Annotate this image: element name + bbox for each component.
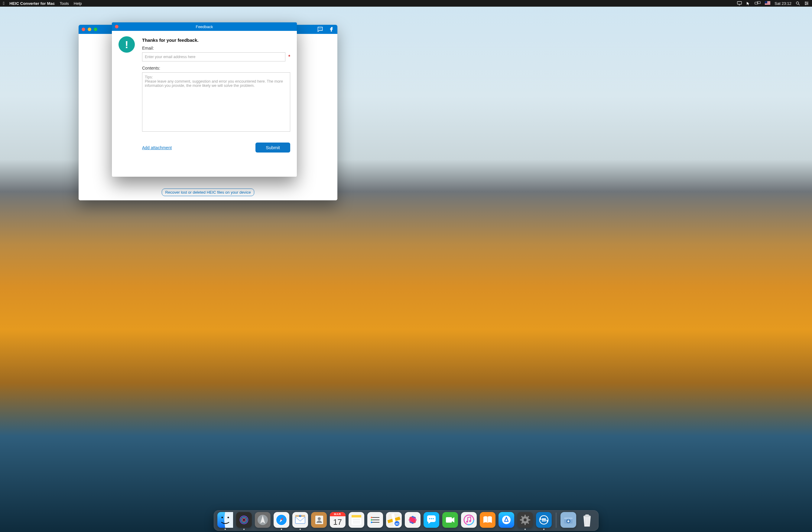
dock-contacts-icon[interactable] (311, 512, 327, 528)
svg-point-12 (319, 28, 320, 29)
dock-heic-converter-icon[interactable]: HEIC (536, 512, 552, 528)
svg-point-16 (221, 517, 223, 518)
svg-rect-26 (295, 516, 305, 523)
dock-maps-icon[interactable]: 3D (386, 512, 402, 528)
dock-separator (556, 513, 556, 528)
menu-extra-input-source[interactable] (765, 1, 770, 6)
dock-appstore-icon[interactable] (498, 512, 514, 528)
svg-point-20 (243, 518, 245, 521)
menubar-clock[interactable]: Sat 23:12 (774, 1, 792, 6)
dock-launchpad-icon[interactable] (255, 512, 271, 528)
svg-text:HEIC: HEIC (541, 519, 546, 521)
feedback-titlebar[interactable]: Feedback (112, 23, 297, 31)
window-controls (82, 28, 97, 31)
menu-extra-cursor-icon[interactable] (746, 1, 750, 5)
svg-line-73 (527, 516, 529, 517)
window-zoom-button[interactable] (94, 28, 97, 31)
feedback-submit-button[interactable]: Submit (256, 142, 290, 153)
dock-system-preferences-icon[interactable] (517, 512, 533, 528)
dock-calendar-day: 17 (333, 516, 342, 528)
svg-line-74 (521, 522, 523, 523)
dock-facetime-icon[interactable] (442, 512, 458, 528)
dock: MAR 17 3D (214, 510, 598, 531)
spotlight-icon[interactable] (796, 1, 800, 5)
feedback-dialog: Feedback ! Thanks for your feedback. Ema… (112, 23, 297, 177)
svg-line-5 (798, 4, 800, 5)
feedback-info-icon: ! (118, 36, 135, 53)
recover-files-link[interactable]: Recover lost or deleted HEIC files on yo… (162, 188, 254, 196)
window-minimize-button[interactable] (88, 28, 91, 31)
svg-point-41 (371, 517, 372, 518)
svg-rect-0 (737, 1, 742, 4)
feedback-title: Feedback (112, 25, 297, 29)
menubar-menu-tools[interactable]: Tools (60, 1, 69, 6)
dock-messages-icon[interactable] (423, 512, 439, 528)
menubar-app-name[interactable]: HEIC Converter for Mac (9, 1, 55, 6)
svg-point-62 (469, 520, 471, 522)
svg-point-61 (466, 521, 468, 523)
svg-point-43 (371, 522, 372, 523)
dock-music-icon[interactable] (461, 512, 477, 528)
svg-rect-58 (446, 517, 452, 523)
svg-point-14 (321, 28, 321, 29)
feedback-email-required-mark: * (288, 54, 290, 60)
dock-siri-icon[interactable] (236, 512, 252, 528)
dock-finder-icon[interactable] (217, 512, 233, 528)
menu-extra-display-icon[interactable] (737, 1, 742, 5)
svg-text:3D: 3D (395, 522, 399, 526)
svg-rect-82 (585, 515, 589, 516)
svg-point-57 (433, 518, 434, 519)
feedback-email-label: Email: (142, 46, 290, 51)
macos-menubar:  HEIC Converter for Mac Tools Help Sat … (0, 0, 812, 6)
svg-point-66 (524, 518, 527, 521)
svg-point-4 (796, 2, 799, 4)
svg-point-56 (431, 518, 432, 519)
titlebar-facebook-icon[interactable] (328, 26, 334, 33)
svg-point-19 (241, 517, 247, 523)
menu-extra-screens-icon[interactable] (755, 1, 760, 5)
feedback-heading: Thanks for your feedback. (142, 38, 290, 43)
svg-point-11 (805, 4, 806, 5)
dock-downloads-icon[interactable] (561, 512, 576, 528)
dock-calendar-icon[interactable]: MAR 17 (330, 512, 346, 528)
dock-ibooks-icon[interactable] (480, 512, 495, 528)
control-center-icon[interactable] (804, 1, 809, 5)
window-close-button[interactable] (82, 28, 85, 31)
feedback-add-attachment-link[interactable]: Add attachment (142, 145, 172, 150)
feedback-contents-textarea[interactable] (142, 72, 290, 132)
svg-point-32 (318, 517, 321, 520)
feedback-email-input[interactable] (142, 52, 285, 61)
svg-point-13 (320, 28, 320, 29)
apple-menu-icon[interactable]:  (3, 1, 4, 6)
dock-reminders-icon[interactable] (367, 512, 383, 528)
svg-rect-34 (352, 515, 361, 517)
dock-mail-icon[interactable] (292, 512, 308, 528)
svg-point-17 (227, 517, 229, 518)
feedback-contents-label: Contents: (142, 66, 290, 70)
dock-safari-icon[interactable] (274, 512, 289, 528)
dock-photos-icon[interactable] (405, 512, 421, 528)
svg-point-55 (429, 518, 430, 519)
svg-point-42 (371, 519, 372, 521)
svg-line-71 (521, 516, 523, 517)
svg-line-72 (527, 522, 529, 523)
dock-calendar-month: MAR (330, 512, 346, 516)
dock-trash-icon[interactable] (579, 512, 595, 528)
svg-point-9 (805, 1, 806, 2)
dock-notes-icon[interactable] (349, 512, 364, 528)
menubar-menu-help[interactable]: Help (74, 1, 82, 6)
svg-point-10 (807, 3, 808, 4)
titlebar-feedback-icon[interactable] (317, 26, 323, 33)
